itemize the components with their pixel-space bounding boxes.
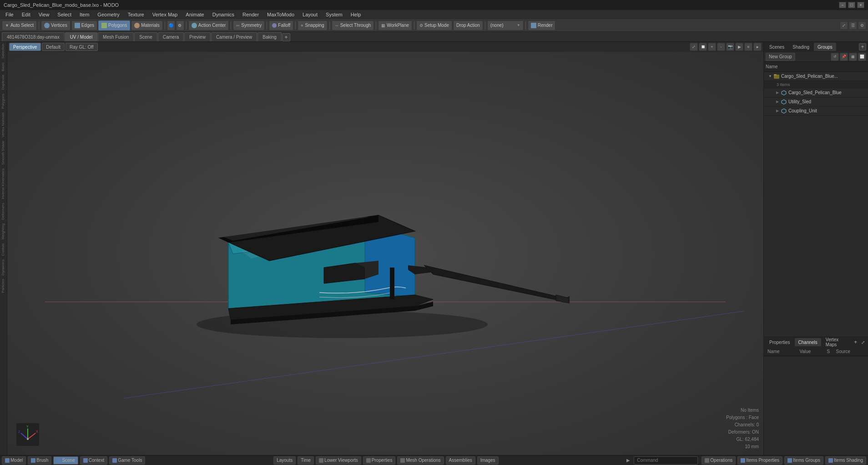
rb-resize-btn[interactable]: ⤢ [860,339,866,346]
rt-tab-groups[interactable]: Groups [814,43,836,51]
sidebar-vertex-normals[interactable]: Vertex Normals [0,111,7,139]
sidebar-basic[interactable]: Basic [0,61,7,73]
edges-button[interactable]: Edges [71,20,97,30]
rt-tab-shading[interactable]: Shading [789,43,813,51]
command-input[interactable] [634,456,698,465]
items-properties-btn[interactable]: Items Properties [737,456,782,465]
tab-uv-model[interactable]: UV / Model [65,32,97,41]
lower-viewports-btn[interactable]: Lower Viewports [316,456,361,465]
3d-viewport[interactable]: No Items Polygons : Face Channels: 0 Def… [7,52,763,455]
snap-btn1[interactable]: 🔵 [167,20,175,30]
items-groups-btn[interactable]: Items Groups [784,456,823,465]
drop-action-button[interactable]: Drop Action [453,20,483,30]
setup-mode-button[interactable]: ⚙ Setup Mode [416,20,452,30]
menu-file[interactable]: File [2,11,17,18]
menu-vertex-map[interactable]: Vertex Map [149,11,182,18]
polygons-button[interactable]: Polygons [98,20,130,30]
rb-tab-vertex-maps[interactable]: Vertex Maps [822,338,852,346]
menu-view[interactable]: View [35,11,53,18]
groups-mesh-btn[interactable]: ▦ [849,53,857,61]
rb-tab-add[interactable]: + [853,339,859,346]
sidebar-controls[interactable]: Contols [0,242,7,258]
select-through-button[interactable]: ↔ Select Through [332,20,374,30]
menu-geometry[interactable]: Geometry [94,11,123,18]
time-btn[interactable]: Time [298,456,314,465]
rb-tab-channels[interactable]: Channels [795,338,821,346]
sidebar-ik[interactable]: Inverse Kinematics [0,167,7,201]
action-center-button[interactable]: Action Center [188,20,229,30]
minimize-button[interactable]: − [839,2,846,8]
menu-dynamics[interactable]: Dynamics [209,11,238,18]
sidebar-dynamics[interactable]: Dynamics [0,258,7,277]
vp-settings2-btn[interactable]: ≡ [744,43,752,51]
expand-icon-3[interactable]: ▶ [775,99,780,105]
group-item-utility-sled[interactable]: ▶ Utility_Sled [764,97,868,106]
properties-btn[interactable]: Properties [363,456,396,465]
mesh-operations-btn[interactable]: Mesh Operations [397,456,444,465]
vp-camera-btn[interactable]: 📷 [726,43,734,51]
sidebar-polygons[interactable]: Polygons [0,92,7,111]
mode-game-tools-btn[interactable]: Game Tools [109,456,145,465]
group-item-coupling-unit[interactable]: ▶ Coupling_Unit [764,106,868,116]
menu-animate[interactable]: Animate [182,11,207,18]
mode-scene-btn[interactable]: Scene [53,456,78,465]
vp-expand-btn[interactable]: ⤢ [690,43,698,51]
groups-pin-btn[interactable]: 📌 [840,53,848,61]
mode-brush-btn[interactable]: Brush [28,456,51,465]
rt-tab-scenes[interactable]: Scenes [766,43,788,51]
tab-scene[interactable]: Scene [134,32,157,41]
sidebar-duplicate[interactable]: Duplicate [0,73,7,91]
mode-context-btn[interactable]: Context [80,456,107,465]
menu-select[interactable]: Select [54,11,75,18]
menu-render[interactable]: Render [239,11,262,18]
tab-mesh-fusion[interactable]: Mesh Fusion [98,32,134,41]
vp-tab-perspective[interactable]: Perspective [9,43,41,51]
render-button[interactable]: Render [528,20,556,30]
items-shading-btn[interactable]: Items Shading [825,456,866,465]
maximize-viewport-btn[interactable]: ⤢ [840,21,848,30]
snap-btn2[interactable]: ⚙ [176,20,184,30]
sidebar-smooth-shade[interactable]: Smooth Shade [0,139,7,167]
images-btn[interactable]: Images [477,456,499,465]
menu-edit[interactable]: Edit [18,11,34,18]
vertices-button[interactable]: Vertices [41,20,71,30]
menu-layout[interactable]: Layout [299,11,321,18]
vp-render-btn[interactable]: ▶ [735,43,743,51]
sidebar-selection[interactable]: Selection [0,42,7,61]
workplane-button[interactable]: ▦ WorkPlane [378,20,412,30]
falloff-button[interactable]: Falloff [269,20,293,30]
expand-icon-2[interactable]: ▶ [775,90,780,96]
window-controls[interactable]: − □ × [839,2,864,8]
group-item-cargo-sled-blue[interactable]: ▶ Cargo_Sled_Pelican_Blue [764,88,868,97]
groups-cube-btn[interactable]: ⬜ [858,53,866,61]
none-dropdown[interactable]: (none) ▼ [487,20,524,30]
menu-help[interactable]: Help [347,11,365,18]
auto-select-button[interactable]: ▼ Auto Select [2,20,37,30]
assemblies-btn[interactable]: Assemblies [446,456,475,465]
tab-camera[interactable]: Camera [158,32,184,41]
layout-btn[interactable]: ☰ [849,21,857,30]
new-group-button[interactable]: New Group [766,53,795,61]
mode-model-btn[interactable]: Model [2,456,26,465]
sidebar-particles[interactable]: Particles [0,277,7,295]
vp-tab-raygl[interactable]: Ray GL: Off [66,43,98,51]
vp-layout-btn[interactable]: 🔲 [699,43,707,51]
sidebar-weighting[interactable]: Weighting [0,222,7,241]
operations-btn[interactable]: Operations [701,456,736,465]
tab-preview[interactable]: Preview [184,32,211,41]
tab-camera-preview[interactable]: Camera / Preview [211,32,257,41]
vp-tab-default[interactable]: Default [42,43,65,51]
settings-btn[interactable]: ⚙ [858,21,866,30]
close-button[interactable]: × [857,2,864,8]
menu-texture[interactable]: Texture [124,11,148,18]
file-tab[interactable]: 4814678O318:day-unmax [2,32,65,41]
group-item-cargo-sled-parent[interactable]: ▼ Cargo_Sled_Pelican_Blue... [764,72,868,81]
snapping-button[interactable]: ⋄ Snapping [298,20,327,30]
materials-button[interactable]: Materials [131,20,163,30]
rt-tab-add[interactable]: + [859,43,866,51]
menu-item[interactable]: Item [76,11,93,18]
group-list[interactable]: ▼ Cargo_Sled_Pelican_Blue... 3 Items ▶ [764,72,868,337]
vp-more-btn[interactable]: ▸ [753,43,762,51]
expand-icon-4[interactable]: ▶ [775,108,780,114]
maximize-button[interactable]: □ [848,2,855,8]
